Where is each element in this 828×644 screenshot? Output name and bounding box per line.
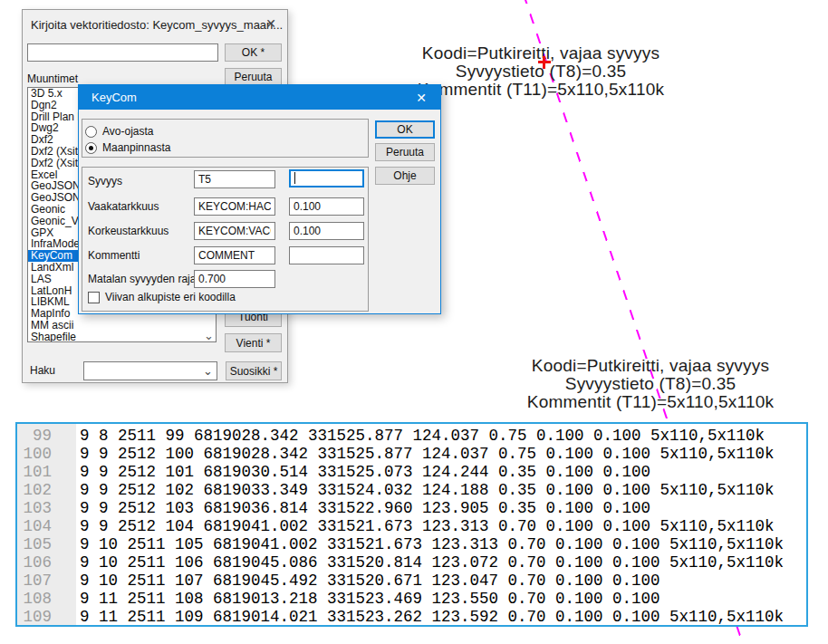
list-item-mm-ascii[interactable]: MM ascii <box>28 320 216 332</box>
field-label-korkeustarkkuus: Korkeustarkkuus <box>88 225 168 237</box>
line-number: 108 <box>17 590 76 608</box>
screen: Koodi=Putkireitti, vajaa syvyys Syvyysti… <box>0 0 828 644</box>
row-text: 9 9 2512 100 6819028.342 331525.877 124.… <box>76 445 775 463</box>
table-row: 1099 11 2511 109 6819014.021 331523.262 … <box>17 608 806 626</box>
cancel-button[interactable]: Peruuta <box>225 68 282 86</box>
radio-maanpinnasta[interactable]: Maanpinnasta <box>85 141 170 154</box>
table-row: 1009 9 2512 100 6819028.342 331525.877 1… <box>17 445 806 463</box>
kommentti-value-input[interactable] <box>289 246 364 264</box>
radio-selected-icon[interactable] <box>85 142 97 154</box>
keycom-title-bar[interactable]: KeyCom ✕ <box>79 85 440 110</box>
annotation-line: Kommentit (T11)=5x110,5x110k <box>515 393 786 411</box>
row-text: 9 9 2512 104 6819041.002 331521.673 123.… <box>76 517 775 535</box>
map-annotation-2: Koodi=Putkireitti, vajaa syvyys Syvyysti… <box>515 357 786 411</box>
close-icon[interactable]: ✕ <box>411 89 431 106</box>
row-text: 9 11 2511 108 6819013.218 331523.469 123… <box>76 590 660 608</box>
chevron-down-icon[interactable]: ⌄ <box>203 364 213 378</box>
table-row: 999 8 2511 99 6819028.342 331525.877 124… <box>17 427 806 445</box>
kommentti-code-input[interactable] <box>194 246 275 264</box>
table-row: 1079 10 2511 107 6819045.492 331520.671 … <box>17 572 806 590</box>
dialog-title: Kirjoita vektoritiedosto: Keycom_syvyys_… <box>31 18 283 32</box>
cross-bar <box>543 56 545 69</box>
field-label-kommentti: Kommentti <box>88 249 140 262</box>
radio-label: Maanpinnasta <box>102 141 170 154</box>
table-row: 1069 10 2511 106 6819045.086 331520.814 … <box>17 553 806 572</box>
line-number: 109 <box>17 608 76 626</box>
row-text: 9 9 2512 102 6819033.349 331524.032 124.… <box>76 481 775 499</box>
korkeustarkkuus-code-input[interactable] <box>194 222 275 240</box>
table-row: 1089 11 2511 108 6819013.218 331523.469 … <box>17 590 806 608</box>
line-number: 102 <box>17 481 76 499</box>
field-label-syvyys: Syvyys <box>88 175 122 187</box>
scroll-down-icon[interactable]: ⌄ <box>204 331 214 341</box>
keycom-cancel-button[interactable]: Peruuta <box>375 143 435 161</box>
export-button[interactable]: Vienti * <box>225 333 282 352</box>
map-annotation-1: Koodi=Putkireitti, vajaa syvyys Syvyysti… <box>414 44 668 99</box>
annotation-line: Kommentit (T11)=5x110,5x110k <box>414 81 668 99</box>
syvyys-value-input[interactable] <box>289 169 364 187</box>
line-number: 107 <box>17 572 76 590</box>
search-label: Haku <box>30 364 55 377</box>
matalan-syvyyden-raja-input[interactable] <box>194 270 275 288</box>
radio-label: Avo-ojasta <box>102 125 153 138</box>
table-row: 1029 9 2512 102 6819033.349 331524.032 1… <box>17 481 806 499</box>
keycom-dialog: KeyCom ✕ Avo-ojasta Maanpinnasta Syvyys … <box>78 84 441 314</box>
row-text: 9 9 2512 103 6819036.814 331522.960 123.… <box>76 499 650 517</box>
line-number: 100 <box>17 445 76 463</box>
search-combobox[interactable]: ⌄ <box>83 361 217 380</box>
line-number: 103 <box>17 499 76 517</box>
vaakatarkkuus-value-input[interactable] <box>289 197 364 216</box>
field-label-matalan-syvyyden-raja: Matalan syvyyden raja <box>88 273 196 285</box>
line-number: 101 <box>17 463 76 481</box>
checkbox-label: Viivan alkupiste eri koodilla <box>105 291 236 303</box>
radio-icon[interactable] <box>85 126 97 138</box>
keycom-dialog-title: KeyCom <box>91 91 137 104</box>
data-rows: 999 8 2511 99 6819028.342 331525.877 124… <box>17 424 806 626</box>
keycom-file-preview-table[interactable]: 999 8 2511 99 6819028.342 331525.877 124… <box>15 422 808 627</box>
row-text: 9 11 2511 109 6819014.021 331523.262 123… <box>76 608 784 626</box>
text-caret <box>294 172 295 184</box>
close-icon[interactable]: ✕ <box>262 15 280 32</box>
table-row: 1049 9 2512 104 6819041.002 331521.673 1… <box>17 517 806 535</box>
table-row: 1039 9 2512 103 6819036.814 331522.960 1… <box>17 499 806 517</box>
korkeustarkkuus-value-input[interactable] <box>289 222 364 240</box>
favorite-button[interactable]: Suosikki * <box>226 361 282 380</box>
line-start-code-checkbox-row[interactable]: Viivan alkupiste eri koodilla <box>88 291 236 303</box>
row-text: 9 8 2511 99 6819028.342 331525.877 124.0… <box>76 427 765 445</box>
list-item-shapefile[interactable]: Shapefile <box>28 332 216 342</box>
vaakatarkkuus-code-input[interactable] <box>194 197 275 216</box>
converters-label: Muuntimet <box>27 72 78 85</box>
annotation-line: Koodi=Putkireitti, vajaa syvyys <box>515 357 786 375</box>
line-number: 104 <box>17 517 76 535</box>
annotation-line: Syvyystieto (T8)=0.35 <box>515 375 786 393</box>
table-row: 1059 10 2511 105 6819041.002 331521.673 … <box>17 535 806 553</box>
table-row: 1019 9 2512 101 6819030.514 331525.073 1… <box>17 463 806 481</box>
filename-input[interactable] <box>27 43 218 62</box>
keycom-help-button[interactable]: Ohje <box>375 167 435 185</box>
keycom-ok-button[interactable]: OK <box>375 120 435 139</box>
line-number: 105 <box>17 535 76 553</box>
line-number: 106 <box>17 553 76 572</box>
checkbox-unchecked-icon[interactable] <box>88 292 100 303</box>
syvyys-code-input[interactable] <box>194 170 275 188</box>
line-number: 99 <box>17 427 76 445</box>
row-text: 9 10 2511 106 6819045.086 331520.814 123… <box>76 553 784 572</box>
field-label-vaakatarkkuus: Vaakatarkkuus <box>88 200 159 213</box>
row-text: 9 10 2511 107 6819045.492 331520.671 123… <box>76 572 660 590</box>
point-marker-cross-icon <box>538 56 551 69</box>
row-text: 9 9 2512 101 6819030.514 331525.073 124.… <box>76 463 650 481</box>
radio-avo-ojasta[interactable]: Avo-ojasta <box>85 125 153 138</box>
row-text: 9 10 2511 105 6819041.002 331521.673 123… <box>76 535 784 553</box>
ok-button[interactable]: OK * <box>225 43 282 62</box>
